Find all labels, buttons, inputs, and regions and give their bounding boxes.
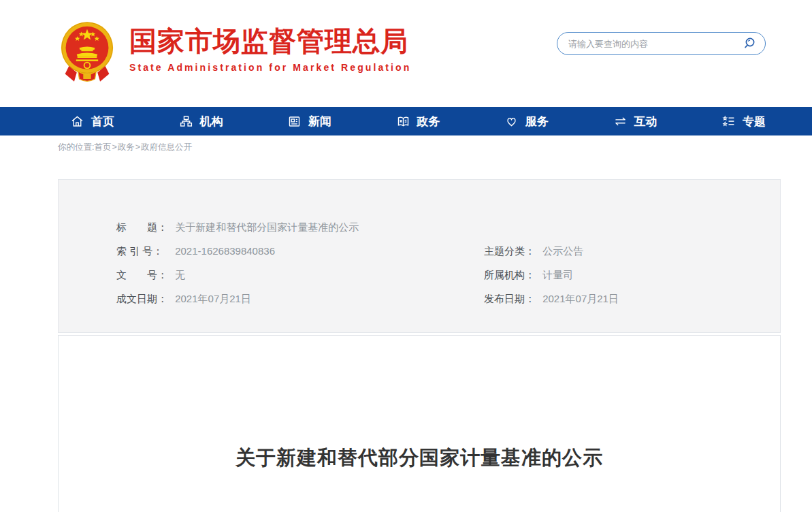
meta-label: 标 题： xyxy=(116,215,172,239)
meta-value-title: 关于新建和替代部分国家计量基准的公示 xyxy=(175,221,359,233)
meta-value-doc-number: 无 xyxy=(175,269,185,281)
starred-list-icon xyxy=(721,114,736,129)
breadcrumb-item-home[interactable]: 首页 xyxy=(94,142,111,152)
breadcrumb-separator: > xyxy=(112,142,116,152)
meta-row-index-number: 索 引 号： 2021-1626839840836 xyxy=(116,239,484,263)
nav-item-label: 互动 xyxy=(634,114,657,129)
meta-value-department: 计量司 xyxy=(542,269,573,281)
nav-item-gov[interactable]: 政务 xyxy=(396,114,440,129)
exchange-arrows-icon xyxy=(613,114,628,129)
meta-label: 索 引 号： xyxy=(116,239,172,263)
nav-item-label: 首页 xyxy=(91,114,114,129)
article-content-panel: 关于新建和替代部分国家计量基准的公示 xyxy=(58,335,781,512)
meta-row-title: 标 题： 关于新建和替代部分国家计量基准的公示 xyxy=(116,215,484,239)
breadcrumb-prefix: 你的位置: xyxy=(58,142,94,152)
meta-label: 主题分类： xyxy=(484,239,540,263)
meta-value-written-date: 2021年07月21日 xyxy=(175,293,251,304)
article-title: 关于新建和替代部分国家计量基准的公示 xyxy=(59,445,780,472)
nav-item-label: 服务 xyxy=(525,114,549,129)
breadcrumb-item-info-disclosure[interactable]: 政府信息公开 xyxy=(141,142,192,152)
meta-label: 发布日期： xyxy=(484,287,540,310)
meta-value-publish-date: 2021年07月21日 xyxy=(542,293,619,304)
meta-label: 所属机构： xyxy=(484,263,540,287)
site-title: 国家市场监督管理总局 xyxy=(129,26,411,56)
nav-item-label: 政务 xyxy=(417,114,440,129)
site-subtitle: State Administration for Market Regulati… xyxy=(129,62,411,73)
meta-row-publish-date: 发布日期： 2021年07月21日 xyxy=(484,287,780,310)
meta-value-category: 公示公告 xyxy=(542,245,583,257)
nav-item-news[interactable]: 新闻 xyxy=(287,114,331,129)
org-chart-icon xyxy=(179,114,193,129)
breadcrumb: 你的位置:首页>政务>政府信息公开 xyxy=(58,142,781,153)
home-icon xyxy=(70,114,84,129)
site-logo-link[interactable]: 国家市场监督管理总局 State Administration for Mark… xyxy=(60,19,411,84)
china-national-emblem-icon xyxy=(60,19,114,84)
meta-label: 成文日期： xyxy=(116,287,172,310)
main-nav: 首页 机构 新闻 政务 xyxy=(0,107,812,135)
meta-row-category: 主题分类： 公示公告 xyxy=(484,239,780,263)
magnifier-icon[interactable] xyxy=(742,36,757,51)
meta-row-doc-number: 文 号： 无 xyxy=(116,263,484,287)
newspaper-icon xyxy=(287,114,302,129)
breadcrumb-separator: > xyxy=(135,142,140,152)
nav-item-org[interactable]: 机构 xyxy=(179,114,223,129)
nav-item-home[interactable]: 首页 xyxy=(70,114,114,129)
meta-label: 文 号： xyxy=(116,263,172,287)
nav-item-topics[interactable]: 专题 xyxy=(721,114,766,129)
document-info-panel: 标 题： 关于新建和替代部分国家计量基准的公示 索 引 号： 2021-1626… xyxy=(58,179,781,333)
nav-item-label: 专题 xyxy=(743,114,766,129)
open-book-icon xyxy=(396,114,410,129)
heart-icon xyxy=(504,114,519,129)
nav-item-service[interactable]: 服务 xyxy=(504,114,549,129)
site-search xyxy=(557,32,766,55)
site-header: 国家市场监督管理总局 State Administration for Mark… xyxy=(0,0,812,107)
search-input[interactable] xyxy=(568,39,742,49)
nav-item-label: 新闻 xyxy=(308,114,331,129)
breadcrumb-item-gov[interactable]: 政务 xyxy=(118,142,135,152)
nav-item-interact[interactable]: 互动 xyxy=(613,114,657,129)
meta-value-index-number: 2021-1626839840836 xyxy=(175,245,275,257)
site-title-block: 国家市场监督管理总局 State Administration for Mark… xyxy=(129,19,411,73)
meta-row-written-date: 成文日期： 2021年07月21日 xyxy=(116,287,484,310)
meta-row-department: 所属机构： 计量司 xyxy=(484,263,780,287)
nav-item-label: 机构 xyxy=(200,114,223,129)
